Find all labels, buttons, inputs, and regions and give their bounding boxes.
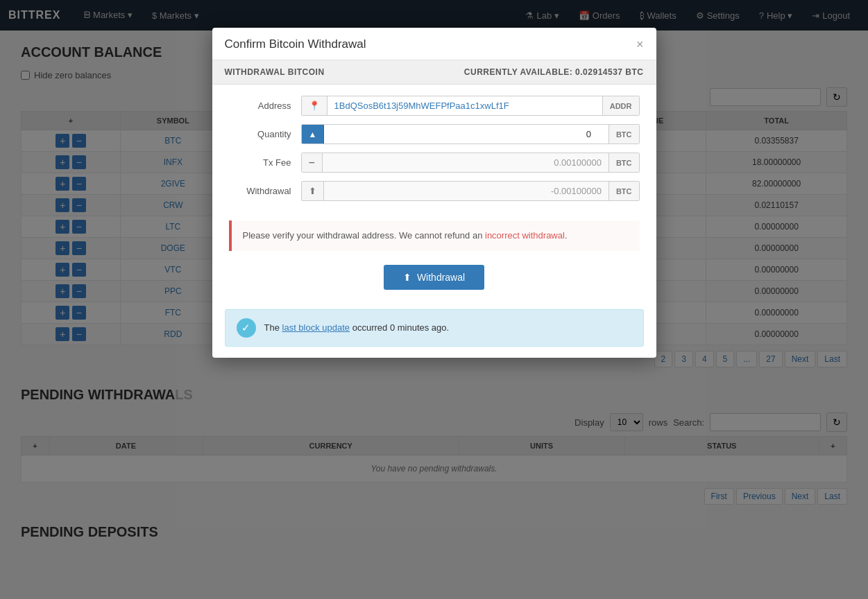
withdrawal-alert: Please verify your withdrawal address. W… <box>229 220 640 251</box>
withdrawal-submit-button[interactable]: ⬆ Withdrawal <box>384 265 484 290</box>
check-circle-icon: ✓ <box>237 318 256 338</box>
withdrawal-input-group: ⬆ BTC <box>301 181 640 201</box>
address-pin-icon: 📍 <box>302 96 327 115</box>
address-label: Address <box>229 101 291 111</box>
withdrawal-row: Withdrawal ⬆ BTC <box>229 181 640 201</box>
withdrawal-upload-icon: ⬆ <box>302 182 324 200</box>
quantity-row: Quantity ▲ BTC <box>229 124 640 144</box>
address-suffix: ADDR <box>602 96 639 115</box>
withdrawal-info-header: WITHDRAWAL BITCOIN CURRENTLY AVAILABLE: … <box>212 60 656 85</box>
txfee-input-group: − BTC <box>301 153 640 173</box>
quantity-suffix: BTC <box>609 125 639 144</box>
address-input[interactable] <box>327 96 602 115</box>
quantity-input[interactable] <box>324 125 609 144</box>
withdrawal-header-right: CURRENTLY AVAILABLE: 0.02914537 BTC <box>464 67 644 77</box>
quantity-input-group: ▲ BTC <box>301 124 640 144</box>
txfee-minus-button[interactable]: − <box>302 153 323 172</box>
info-text: The last block update occurred 0 minutes… <box>264 322 450 333</box>
alert-text: Please verify your withdrawal address. W… <box>243 230 486 241</box>
last-block-link[interactable]: last block update <box>282 322 350 333</box>
withdrawal-modal: Confirm Bitcoin Withdrawal × WITHDRAWAL … <box>212 28 656 358</box>
withdrawal-input <box>324 182 609 200</box>
address-input-group: 📍 ADDR <box>301 96 640 116</box>
withdrawal-form: Address 📍 ADDR Quantity ▲ BTC <box>212 85 656 218</box>
withdrawal-btn-row: ⬆ Withdrawal <box>212 259 656 302</box>
txfee-label: Tx Fee <box>229 157 291 168</box>
modal-close-button[interactable]: × <box>636 38 644 51</box>
withdrawal-field-label: Withdrawal <box>229 186 291 196</box>
modal-header: Confirm Bitcoin Withdrawal × <box>212 28 656 60</box>
modal-overlay: Confirm Bitcoin Withdrawal × WITHDRAWAL … <box>0 0 868 599</box>
withdrawal-header-left: WITHDRAWAL BITCOIN <box>225 67 325 77</box>
address-row: Address 📍 ADDR <box>229 96 640 116</box>
block-update-info: ✓ The last block update occurred 0 minut… <box>225 309 644 347</box>
quantity-label: Quantity <box>229 129 291 139</box>
modal-body: WITHDRAWAL BITCOIN CURRENTLY AVAILABLE: … <box>212 60 656 347</box>
txfee-suffix: BTC <box>609 153 639 172</box>
withdrawal-btn-label: Withdrawal <box>417 272 465 283</box>
txfee-input <box>323 153 609 172</box>
withdrawal-suffix: BTC <box>609 182 639 200</box>
txfee-row: Tx Fee − BTC <box>229 153 640 173</box>
modal-title: Confirm Bitcoin Withdrawal <box>225 37 366 51</box>
withdrawal-btn-icon: ⬆ <box>403 272 411 283</box>
quantity-up-button[interactable]: ▲ <box>302 125 325 144</box>
alert-highlight: incorrect withdrawal <box>485 230 565 241</box>
alert-end: . <box>565 230 568 241</box>
